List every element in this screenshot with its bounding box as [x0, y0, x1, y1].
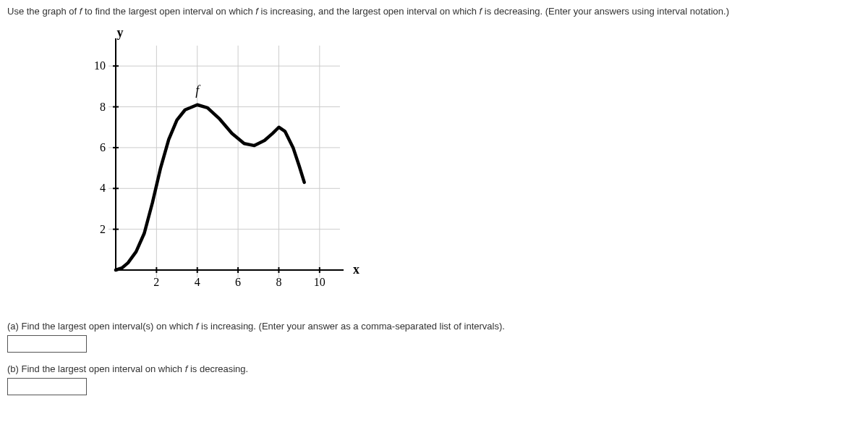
answer-input-b[interactable] [7, 378, 87, 395]
svg-text:2: 2 [153, 276, 159, 288]
svg-text:y: y [117, 25, 124, 40]
svg-text:8: 8 [276, 276, 281, 288]
part-a-prompt: (a) Find the largest open interval(s) on… [7, 321, 861, 332]
svg-text:f: f [195, 83, 201, 98]
answer-input-a[interactable] [7, 335, 87, 353]
part-a: (a) Find the largest open interval(s) on… [7, 321, 861, 353]
graph: 246810246810yxf [72, 24, 861, 306]
svg-text:10: 10 [314, 276, 326, 288]
svg-text:8: 8 [100, 101, 106, 113]
part-b: (b) Find the largest open interval on wh… [7, 363, 861, 395]
part-b-prompt: (b) Find the largest open interval on wh… [7, 363, 861, 374]
chart-svg: 246810246810yxf [72, 24, 362, 306]
svg-text:2: 2 [100, 223, 106, 235]
svg-text:6: 6 [235, 276, 241, 288]
svg-text:4: 4 [195, 276, 200, 288]
svg-text:4: 4 [100, 182, 106, 194]
svg-text:6: 6 [100, 141, 106, 153]
question-prompt: Use the graph of f to find the largest o… [7, 6, 861, 17]
svg-text:10: 10 [94, 59, 106, 72]
svg-text:x: x [353, 262, 359, 277]
